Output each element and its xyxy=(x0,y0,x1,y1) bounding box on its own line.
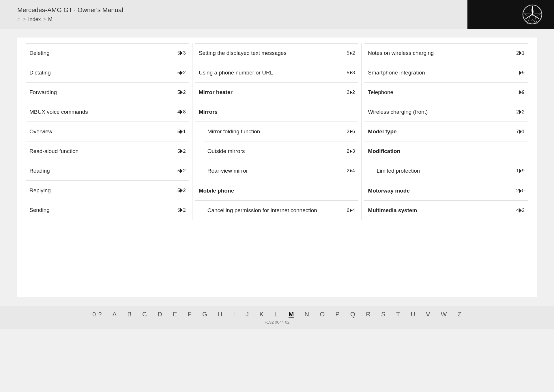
entry-label: Read-aloud function xyxy=(29,148,177,154)
entry-page: 53 xyxy=(177,50,186,56)
index-columns: Deleting 53 Dictating 52 Forwarding 52 M… xyxy=(23,43,531,220)
alpha-item-0[interactable]: 0 ? xyxy=(87,311,107,318)
alpha-item-k[interactable]: K xyxy=(254,311,269,318)
entry-label: Deleting xyxy=(29,50,177,56)
entry-label: Setting the displayed text messages xyxy=(199,50,347,56)
list-item: Forwarding 52 xyxy=(26,83,189,102)
main-content: Deleting 53 Dictating 52 Forwarding 52 M… xyxy=(17,38,537,297)
breadcrumb-current: M xyxy=(48,16,53,23)
manual-title: Mercedes-AMG GT · Owner's Manual xyxy=(17,6,123,14)
list-item: Limited protection 19 xyxy=(373,161,528,181)
list-item: Wireless charging (front) 22 xyxy=(364,102,528,122)
list-item: Smartphone integration 9 xyxy=(364,63,528,83)
alpha-item-q[interactable]: Q xyxy=(345,311,361,318)
alpha-item-m[interactable]: M xyxy=(283,311,299,318)
alpha-item-z[interactable]: Z xyxy=(452,311,467,318)
indent-spacer xyxy=(195,201,204,220)
alpha-item-r[interactable]: R xyxy=(361,311,376,318)
mobile-sub-entries: Cancelling permission for Internet conne… xyxy=(204,201,359,220)
entry-page: 52 xyxy=(177,188,186,193)
list-item: Rear-view mirror 24 xyxy=(204,161,359,181)
alpha-item-d[interactable]: D xyxy=(152,311,168,318)
list-item: Read-aloud function 52 xyxy=(26,141,189,161)
modification-subgroup: Limited protection 19 xyxy=(364,161,528,181)
section-header-multimedia: Multimedia system 42 xyxy=(364,201,528,220)
entry-page: 9 xyxy=(519,70,525,76)
entry-page: 19 xyxy=(516,168,525,174)
indent-spacer xyxy=(195,122,204,181)
list-item: Deleting 53 xyxy=(26,43,189,63)
svg-line-4 xyxy=(525,14,532,19)
section-label: Multimedia system xyxy=(368,207,417,214)
section-header-mirror-heater: Mirror heater 22 xyxy=(195,83,359,102)
list-item: Dictating 52 xyxy=(26,63,189,83)
alpha-item-p[interactable]: P xyxy=(330,311,345,318)
list-item: Replying 52 xyxy=(26,181,189,200)
entry-label: Overview xyxy=(29,128,177,135)
alpha-item-c[interactable]: C xyxy=(137,311,152,318)
mobile-subgroup: Cancelling permission for Internet conne… xyxy=(195,201,359,220)
entry-page: 53 xyxy=(347,70,355,76)
entry-page: 52 xyxy=(177,207,186,213)
indent-spacer xyxy=(364,161,373,181)
page-header: Mercedes-AMG GT · Owner's Manual ⌂ > Ind… xyxy=(0,0,554,29)
entry-page: 23 xyxy=(347,148,355,154)
alpha-item-j[interactable]: J xyxy=(240,311,254,318)
alpha-item-s[interactable]: S xyxy=(376,311,391,318)
alpha-item-l[interactable]: L xyxy=(269,311,283,318)
section-header-modification: Modification xyxy=(364,141,528,161)
entry-label: Mirror folding function xyxy=(207,128,347,135)
section-header-model-type: Model type 71 xyxy=(364,122,528,141)
alpha-item-b[interactable]: B xyxy=(122,311,137,318)
entry-label: Replying xyxy=(29,187,177,194)
section-page: 71 xyxy=(516,129,525,135)
home-icon[interactable]: ⌂ xyxy=(17,16,21,23)
entry-label: Reading xyxy=(29,168,177,174)
section-page: 20 xyxy=(516,188,525,194)
entry-label: Using a phone number or URL xyxy=(199,70,347,76)
logo-area xyxy=(467,0,554,29)
svg-point-5 xyxy=(531,14,534,16)
entry-label: Dictating xyxy=(29,70,177,76)
mercedes-logo xyxy=(522,4,542,25)
entry-label: Forwarding xyxy=(29,89,177,96)
section-header-mobile-phone: Mobile phone xyxy=(195,181,359,201)
entry-page: 52 xyxy=(177,168,186,174)
section-header-motorway-mode: Motorway mode 20 xyxy=(364,181,528,201)
entry-page: 52 xyxy=(177,89,186,95)
alpha-item-a[interactable]: A xyxy=(107,311,122,318)
entry-page: 26 xyxy=(347,129,355,135)
entry-page: 52 xyxy=(177,70,186,76)
section-label: Mobile phone xyxy=(199,188,234,194)
alpha-item-f[interactable]: F xyxy=(182,311,197,318)
alpha-item-t[interactable]: T xyxy=(391,311,405,318)
alpha-item-o[interactable]: O xyxy=(315,311,330,318)
alpha-item-h[interactable]: H xyxy=(213,311,228,318)
entry-label: Outside mirrors xyxy=(207,148,347,154)
entry-page: 21 xyxy=(516,50,525,56)
breadcrumb-sep1: > xyxy=(23,17,26,22)
alpha-item-n[interactable]: N xyxy=(299,311,315,318)
left-column: Deleting 53 Dictating 52 Forwarding 52 M… xyxy=(23,43,192,220)
list-item: Notes on wireless charging 21 xyxy=(364,43,528,63)
entry-label: Telephone xyxy=(368,89,519,96)
section-header-mirrors: Mirrors xyxy=(195,102,359,122)
list-item: Overview 51 xyxy=(26,122,189,141)
alpha-item-w[interactable]: W xyxy=(436,311,452,318)
entry-page: 22 xyxy=(516,109,525,115)
alpha-item-e[interactable]: E xyxy=(168,311,183,318)
list-item: Outside mirrors 23 xyxy=(204,141,359,161)
list-item: Using a phone number or URL 53 xyxy=(195,63,359,83)
breadcrumb: ⌂ > Index > M xyxy=(17,16,123,23)
section-label: Mirror heater xyxy=(199,89,233,96)
alpha-item-u[interactable]: U xyxy=(405,311,421,318)
section-label: Modification xyxy=(368,148,400,154)
entry-label: Limited protection xyxy=(377,168,516,174)
modification-sub-entries: Limited protection 19 xyxy=(373,161,528,181)
alpha-item-i[interactable]: I xyxy=(228,311,240,318)
alpha-item-v[interactable]: V xyxy=(421,311,436,318)
alpha-item-g[interactable]: G xyxy=(197,311,213,318)
breadcrumb-index[interactable]: Index xyxy=(28,16,41,23)
section-page: 42 xyxy=(516,208,525,213)
entry-label: Smartphone integration xyxy=(368,70,519,76)
